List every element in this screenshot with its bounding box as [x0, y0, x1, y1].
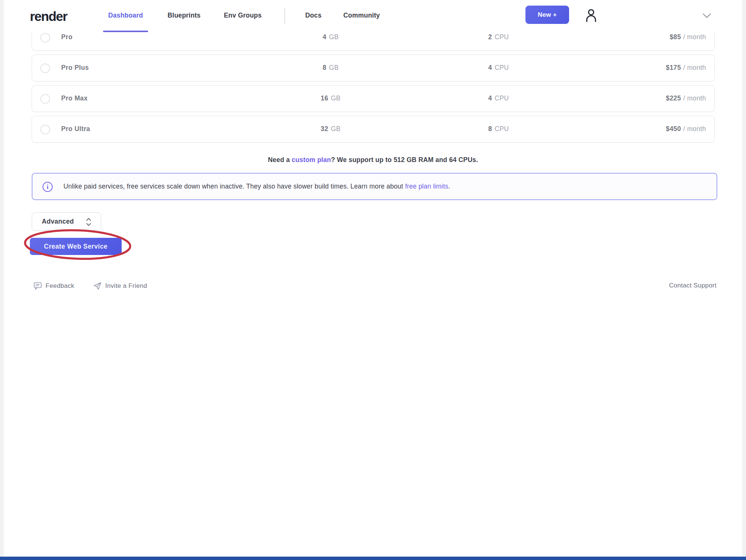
advanced-toggle[interactable]: Advanced — [32, 212, 101, 231]
chevron-down-icon[interactable] — [702, 13, 711, 19]
render-logo[interactable]: render — [30, 9, 67, 24]
plan-price: $450/ month — [666, 125, 706, 133]
plan-radio-icon[interactable] — [40, 63, 50, 73]
plan-row[interactable]: Pro Max 16GB 4CPU $225/ month — [32, 85, 715, 112]
feedback-link[interactable]: Feedback — [34, 282, 74, 290]
plan-radio-icon[interactable] — [40, 94, 50, 104]
banner-text: Unlike paid services, free services scal… — [63, 183, 450, 190]
feedback-label: Feedback — [46, 282, 74, 290]
plan-ram: 32GB — [297, 125, 364, 133]
plan-cpu: 2CPU — [465, 33, 532, 41]
plan-radio-icon[interactable] — [40, 33, 50, 43]
plan-name: Pro Max — [61, 94, 88, 102]
plan-row[interactable]: Pro Ultra 32GB 8CPU $450/ month — [32, 116, 715, 143]
custom-plan-link[interactable]: custom plan — [292, 156, 331, 164]
invite-friend-label: Invite a Friend — [105, 282, 147, 290]
nav-item-blueprints[interactable]: Blueprints — [168, 12, 201, 32]
create-web-service-button[interactable]: Create Web Service — [30, 238, 122, 255]
custom-plan-note: Need a custom plan? We support up to 512… — [0, 156, 746, 164]
custom-plan-note-prefix: Need a — [268, 156, 292, 164]
free-plan-limits-link[interactable]: free plan limits — [405, 183, 448, 190]
plan-name: Pro Ultra — [61, 125, 90, 133]
user-avatar-icon[interactable] — [583, 7, 599, 25]
free-plan-info-banner: i Unlike paid services, free services sc… — [32, 173, 717, 200]
invite-friend-link[interactable]: Invite a Friend — [93, 282, 147, 290]
chevron-up-down-icon — [85, 217, 92, 227]
plan-radio-icon[interactable] — [40, 125, 50, 134]
nav-item-docs[interactable]: Docs — [305, 12, 322, 32]
plan-ram: 16GB — [297, 94, 364, 102]
nav-item-community[interactable]: Community — [343, 12, 380, 32]
left-edge-strip — [0, 0, 4, 560]
plan-price: $225/ month — [666, 94, 706, 102]
plan-cpu: 8CPU — [465, 125, 532, 133]
plan-ram: 4GB — [297, 33, 364, 41]
page: render Dashboard Blueprints Env Groups D… — [0, 0, 746, 560]
top-nav: render Dashboard Blueprints Env Groups D… — [0, 0, 746, 32]
nav-item-env-groups[interactable]: Env Groups — [224, 12, 262, 32]
plan-list: Pro 4GB 2CPU $85/ month Pro Plus 8GB 4CP… — [32, 24, 715, 146]
paper-plane-icon — [93, 282, 102, 290]
advanced-label: Advanced — [42, 218, 74, 225]
contact-support-link[interactable]: Contact Support — [669, 282, 717, 289]
nav-item-dashboard[interactable]: Dashboard — [108, 12, 143, 32]
plan-name: Pro — [61, 33, 72, 41]
feedback-chat-icon — [34, 282, 42, 290]
plan-name: Pro Plus — [61, 64, 89, 72]
info-icon: i — [43, 182, 53, 192]
custom-plan-note-suffix: ? We support up to 512 GB RAM and 64 CPU… — [331, 156, 478, 164]
bottom-blue-bar — [0, 557, 746, 560]
plan-cpu: 4CPU — [465, 64, 532, 72]
nav-divider — [284, 9, 285, 24]
plan-cpu: 4CPU — [465, 94, 532, 102]
plan-price: $85/ month — [669, 33, 706, 41]
plan-row[interactable]: Pro Plus 8GB 4CPU $175/ month — [32, 55, 715, 81]
right-edge-strip — [742, 0, 746, 560]
banner-text-before: Unlike paid services, free services scal… — [63, 183, 405, 190]
plan-ram: 8GB — [297, 64, 364, 72]
banner-text-after: . — [448, 183, 450, 190]
contact-support-label: Contact Support — [669, 282, 717, 289]
plan-price: $175/ month — [666, 64, 706, 72]
new-button[interactable]: New + — [525, 6, 569, 24]
